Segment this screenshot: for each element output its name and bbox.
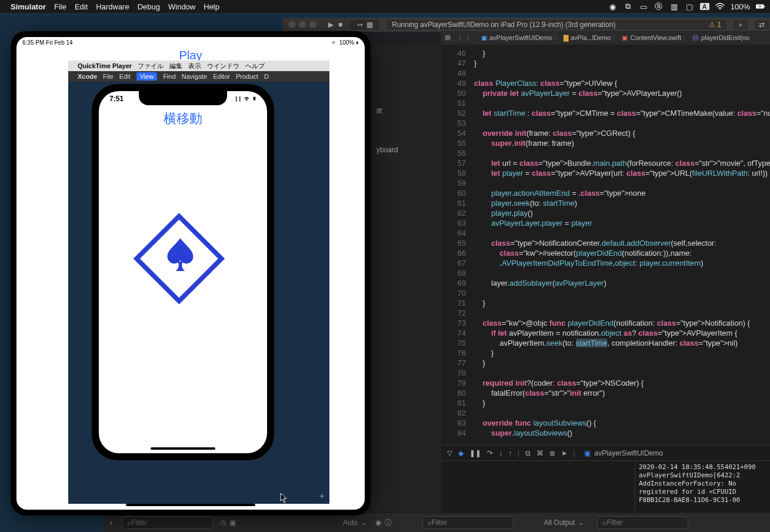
hide-debug-icon[interactable]: ▽ — [447, 449, 452, 457]
battery-icon[interactable] — [756, 3, 765, 10]
menubar-status-items: ◉ ⧉ ▭ ⓐ ▥ ▢ A 100% — [608, 1, 765, 12]
breadcrumb-symbol[interactable]: playerDidEnd(no — [701, 34, 749, 41]
breadcrumb-file[interactable]: ContentView.swift — [630, 34, 681, 41]
inner-xcode-menubar: Xcode File Edit View Find Navigate Edito… — [68, 71, 329, 82]
variables-filter[interactable]: ⌕ — [422, 516, 514, 529]
navigator-filter-input[interactable] — [131, 518, 208, 527]
nav-item[interactable]: yboard — [375, 143, 439, 156]
breadcrumb-project[interactable]: avPlayerSwiftUIDemo — [489, 34, 552, 41]
debug-process[interactable]: avPlayerSwiftUIDemo — [594, 449, 663, 457]
scheme-selector[interactable]: ↣▦ — [349, 19, 381, 31]
navigator-filter[interactable]: ⌕ — [122, 516, 213, 529]
warnings-badge[interactable]: ⚠ 1 — [709, 21, 721, 29]
svg-rect-2 — [764, 6, 765, 8]
video-content: QuickTime Player ファイル 編集 表示 ウインドウ ヘルプ Xc… — [68, 61, 329, 504]
all-output-label[interactable]: All Output — [544, 518, 575, 527]
qt-title: QuickTime Player — [78, 62, 132, 69]
ipad-battery-pct: 100% — [339, 39, 355, 46]
editor-jump-bar[interactable]: ▦ 〈 〉 ▣ avPlayerSwiftUIDemo 〉 ▇ avPla...… — [441, 31, 770, 45]
spade-icon — [164, 236, 197, 273]
variables-filter-input[interactable] — [432, 518, 508, 527]
code-review-button[interactable]: ⇄ — [754, 19, 770, 31]
step-out-icon[interactable]: ↑ — [508, 449, 512, 457]
console-output[interactable]: 2020-02-14 18:35:48.554021+090 avPlayerS… — [635, 461, 770, 512]
active-app-name[interactable]: Simulator — [11, 2, 46, 11]
eye-icon[interactable]: ◉ — [375, 518, 381, 527]
battery-icon: ▮ — [253, 95, 256, 103]
menu-edit[interactable]: Edit — [75, 2, 88, 11]
auto-label[interactable]: Auto — [343, 518, 358, 527]
bottom-filter-bar: ＋ ⌕ ◷ ▣ Auto⌄ ◉ ⓘ ⌕ All Output⌄ ⌕ — [103, 513, 770, 532]
quicktime-menubar: QuickTime Player ファイル 編集 表示 ウインドウ ヘルプ — [68, 61, 329, 71]
variables-view[interactable] — [441, 461, 635, 512]
menu-window[interactable]: Window — [168, 2, 195, 11]
view-debug-icon[interactable]: ⧉ — [525, 449, 531, 457]
step-into-icon[interactable]: ↓ — [499, 449, 502, 457]
method-icon: Ⓜ — [692, 34, 699, 42]
folder-icon: ▇ — [564, 34, 568, 42]
svg-point-0 — [719, 9, 721, 10]
env-overrides-icon[interactable]: ≣ — [549, 449, 555, 457]
process-icon: ▣ — [584, 449, 591, 457]
screenshot-icon[interactable]: ⧉ — [624, 2, 633, 11]
scm-icon[interactable]: ▣ — [229, 518, 236, 527]
pause-icon[interactable]: ❚❚ — [469, 449, 481, 457]
iphone-title: 横移動 — [99, 110, 267, 128]
menu-debug[interactable]: Debug — [138, 2, 160, 11]
inner-iphone-mock: 7:51 ⋮⋮ ᯤ ▮ 横移動 — [92, 84, 274, 460]
record-icon[interactable]: ◉ — [608, 2, 618, 11]
breakpoints-icon[interactable]: ◆ — [458, 449, 464, 457]
ipad-home-indicator[interactable] — [126, 504, 255, 506]
nav-forward-icon[interactable]: 〉 — [466, 34, 473, 42]
ipad-simulator-window[interactable]: 6:35 PM Fri Feb 14 ᯤ 100% ▮ Play QuickTi… — [11, 31, 371, 516]
run-button[interactable]: ▶ — [328, 21, 334, 29]
macos-menubar: Simulator File Edit Hardware Debug Windo… — [0, 0, 770, 13]
accessibility-icon[interactable]: ⓐ — [654, 1, 664, 12]
window-traffic-lights[interactable] — [282, 21, 324, 28]
status-text: Running avPlayerSwiftUIDemo on iPad Pro … — [392, 21, 615, 29]
filter-icon: ⌕ — [428, 518, 432, 527]
code-content[interactable]: }}class PlayerClass: class="type">UIView… — [471, 45, 770, 445]
memory-graph-icon[interactable]: ⌘ — [536, 449, 544, 457]
project-icon: ▣ — [481, 34, 487, 42]
layout-icon[interactable]: ▥ — [669, 2, 679, 11]
location-icon[interactable]: ➤ — [561, 449, 567, 457]
menu-help[interactable]: Help — [204, 2, 219, 11]
add-icon[interactable]: ＋ — [108, 518, 115, 528]
recent-icon[interactable]: ◷ — [220, 518, 226, 527]
library-button[interactable]: ＋ — [732, 19, 749, 31]
debug-toolbar: ▽ ◆ ❚❚ ↷ ↓ ↑ | ⧉ ⌘ ≣ ➤ | ▣avPlayerSwiftU… — [441, 446, 770, 461]
input-source-icon[interactable]: A — [700, 3, 709, 10]
iphone-time: 7:51 — [109, 95, 124, 103]
nav-back-icon[interactable]: 〈 — [455, 34, 462, 42]
related-items-icon[interactable]: ▦ — [445, 34, 451, 42]
console-filter-input[interactable] — [606, 518, 683, 527]
stop-button[interactable]: ■ — [338, 21, 342, 29]
wifi-icon[interactable] — [715, 3, 725, 10]
wifi-icon: ᯤ — [244, 95, 251, 103]
nav-item[interactable]: ift — [375, 105, 439, 118]
scheme-arrow-icon: ↣ — [357, 21, 363, 29]
code-editor[interactable]: 4647484950515253545556575859606162636465… — [441, 45, 770, 445]
home-indicator — [151, 447, 215, 450]
ipad-status-left: 6:35 PM Fri Feb 14 — [22, 39, 73, 46]
breadcrumb-folder[interactable]: avPla...lDemo — [571, 34, 611, 41]
ipad-screen[interactable]: 6:35 PM Fri Feb 14 ᯤ 100% ▮ Play QuickTi… — [16, 37, 365, 510]
add-icon: ＋ — [318, 491, 326, 501]
project-navigator[interactable]: ift yboard — [373, 45, 441, 512]
console-filter[interactable]: ⌕ — [597, 516, 688, 529]
mouse-cursor — [280, 493, 288, 503]
signal-icon: ⋮⋮ — [235, 95, 242, 103]
menu-hardware[interactable]: Hardware — [96, 2, 129, 11]
iphone-notch — [139, 91, 227, 105]
battery-pct: 100% — [731, 2, 750, 11]
debug-area: ▽ ◆ ❚❚ ↷ ↓ ↑ | ⧉ ⌘ ≣ ➤ | ▣avPlayerSwiftU… — [441, 445, 770, 512]
display-icon[interactable]: ▢ — [685, 2, 694, 11]
xcode-toolbar: ▶ ■ ↣▦ Running avPlayerSwiftUIDemo on iP… — [282, 18, 770, 32]
info-icon[interactable]: ⓘ — [385, 518, 392, 528]
step-over-icon[interactable]: ↷ — [487, 449, 493, 457]
control-strip-icon[interactable]: ▭ — [639, 2, 648, 11]
menu-file[interactable]: File — [54, 2, 66, 11]
ipad-status-bar: 6:35 PM Fri Feb 14 ᯤ 100% ▮ — [16, 37, 365, 48]
wifi-icon: ᯤ — [332, 39, 338, 46]
